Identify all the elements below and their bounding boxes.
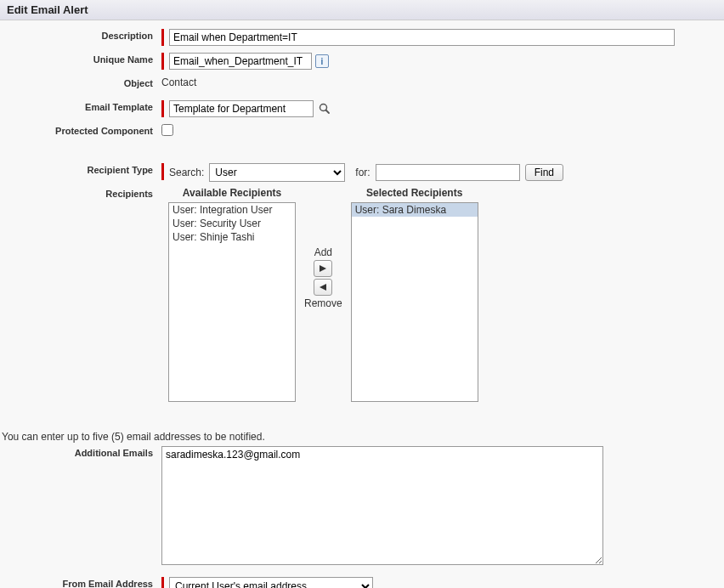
svg-marker-3 [320,284,326,291]
list-item[interactable]: User: Sara Dimeska [352,203,478,217]
required-bar [161,29,164,46]
object-value: Contact [161,76,196,88]
row-from-email: From Email Address Current User's email … [0,577,724,588]
from-email-select[interactable]: Current User's email address [169,577,373,588]
label-recipient-type: Recipient Type [0,163,161,175]
label-from-email: From Email Address [0,577,161,588]
available-header: Available Recipients [183,187,281,199]
recipient-search-input[interactable] [376,164,520,181]
svg-marker-2 [320,265,326,272]
required-bar [161,577,164,588]
label-email-template: Email Template [0,100,161,112]
find-button[interactable]: Find [525,164,563,181]
required-bar [161,53,164,70]
label-object: Object [0,76,161,88]
duel-buttons: Add Remove [304,246,342,309]
list-item[interactable]: User: Integration User [169,203,295,217]
label-recipients: Recipients [0,187,161,199]
label-protected-component: Protected Component [0,124,161,136]
dueling-list: Available Recipients User: Integration U… [168,187,478,402]
label-additional-emails: Additional Emails [0,446,161,458]
row-email-template: Email Template [0,100,724,119]
row-unique-name: Unique Name i [0,53,724,71]
selected-header: Selected Recipients [366,187,462,199]
description-input[interactable] [169,29,675,46]
search-label: Search: [169,167,204,178]
required-bar [161,100,164,117]
info-icon[interactable]: i [315,54,329,68]
row-object: Object Contact [0,76,724,95]
label-description: Description [0,29,161,41]
row-protected-component: Protected Component [0,124,724,143]
svg-line-1 [326,110,330,114]
list-item[interactable]: User: Shinje Tashi [169,230,295,244]
row-recipient-type: Recipient Type Search: User for: Find [0,163,724,182]
available-recipients-list[interactable]: User: Integration UserUser: Security Use… [168,202,296,402]
list-item[interactable]: User: Security User [169,217,295,230]
add-label: Add [314,246,332,258]
add-button[interactable] [314,260,332,277]
label-unique-name: Unique Name [0,53,161,65]
protected-component-checkbox[interactable] [161,124,173,136]
page-title: Edit Email Alert [0,0,724,20]
additional-emails-textarea[interactable] [161,446,603,565]
remove-label: Remove [304,297,342,309]
remove-button[interactable] [314,279,332,296]
email-template-input[interactable] [169,100,314,117]
row-additional-emails: Additional Emails [0,446,724,565]
for-label: for: [355,167,370,178]
row-description: Description [0,29,724,48]
unique-name-input[interactable] [169,53,312,70]
selected-recipients-list[interactable]: User: Sara Dimeska [351,202,478,402]
recipient-type-select[interactable]: User [209,163,345,182]
lookup-icon[interactable] [317,101,332,116]
required-bar [161,163,164,180]
form-area: Description Unique Name i Object Contact… [0,20,724,588]
emails-note: You can enter up to five (5) email addre… [0,427,724,446]
row-recipients: Recipients Available Recipients User: In… [0,187,724,402]
